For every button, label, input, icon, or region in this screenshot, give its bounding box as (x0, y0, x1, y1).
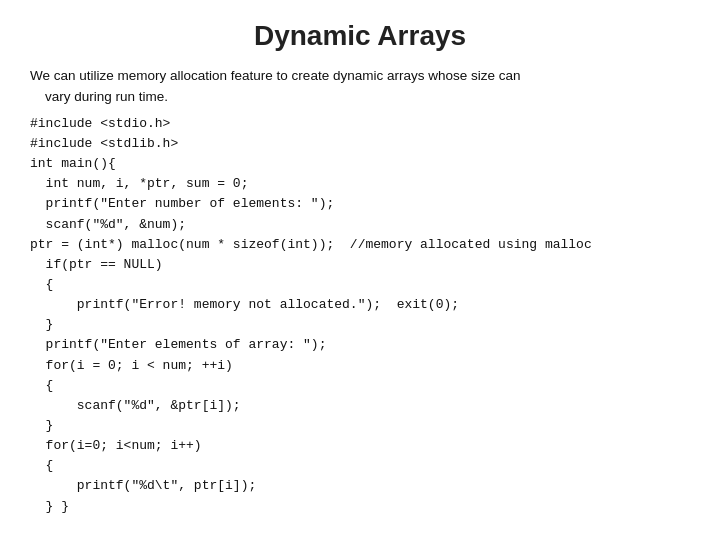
description-text: We can utilize memory allocation feature… (30, 66, 690, 108)
code-block: #include <stdio.h> #include <stdlib.h> i… (30, 114, 690, 517)
page-title: Dynamic Arrays (30, 20, 690, 52)
content-area: We can utilize memory allocation feature… (30, 66, 690, 517)
page-container: Dynamic Arrays We can utilize memory all… (0, 0, 720, 540)
